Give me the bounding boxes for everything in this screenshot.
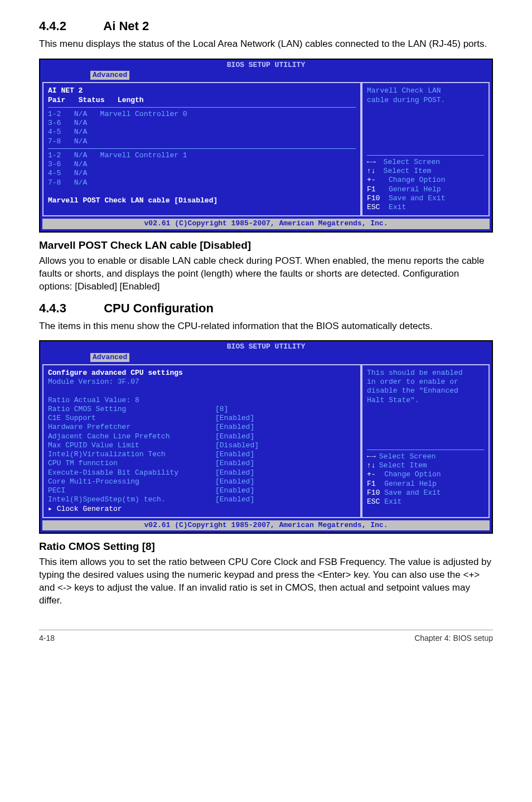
bios1-rightpane: Marvell Check LAN cable during POST. ←→ … xyxy=(361,82,490,216)
bios2-setting-value: [Enabled] xyxy=(215,495,254,504)
bios2-title: BIOS SETUP UTILITY xyxy=(227,342,305,351)
bios2-arrow-icon: ▸ xyxy=(48,505,52,513)
bios2-setting-label: Intel(R)SpeedStep(tm) tech. xyxy=(48,495,215,504)
bios2-setting-row[interactable]: CPU TM funnction[Enabled] xyxy=(48,459,356,468)
bios1-tab-advanced[interactable]: Advanced xyxy=(90,71,129,80)
bios2-setting-value: [Enabled] xyxy=(215,477,254,486)
bios2-key-lr-icon: ←→ xyxy=(367,452,375,461)
bios2-setting-label: Intel(R)Virtualization Tech xyxy=(48,450,215,459)
bios2-setting-label: Core Multi-Processing xyxy=(48,477,215,486)
bios2-setting-row[interactable]: PECI[Enabled] xyxy=(48,486,356,495)
bios2-setting-row[interactable]: Hardware Prefetcher[Enabled] xyxy=(48,423,356,432)
ratio-heading: Ratio CMOS Setting [8] xyxy=(39,540,493,553)
bios2-setting-label: Adjacent Cache Line Prefetch xyxy=(48,432,215,441)
bios1-general-help: General Help xyxy=(389,185,441,194)
bios1-hdr1: AI NET 2 xyxy=(48,86,83,95)
bios1-select-screen: Select Screen xyxy=(384,158,440,166)
bios2-setting-value: [Enabled] xyxy=(215,468,254,477)
bios2-setting-value: [Enabled] xyxy=(215,459,254,468)
bios1-exit: Exit xyxy=(389,203,406,211)
bios1-key-ud-icon: ↑↓ xyxy=(367,167,375,176)
bios2-setting-value: [Enabled] xyxy=(215,450,254,459)
bios2-setting-label: C1E Support xyxy=(48,414,215,423)
section-443-intro: The items in this menu show the CPU-rela… xyxy=(39,320,493,333)
bios1-key-esc: ESC xyxy=(367,203,380,211)
page-footer: 4-18 Chapter 4: BIOS setup xyxy=(39,630,493,642)
bios2-setting-value: [Enabled] xyxy=(215,423,254,432)
bios-panel-cpu: BIOS SETUP UTILITY Advanced Configure ad… xyxy=(39,340,493,534)
bios2-setting-row[interactable]: Intel(R)Virtualization Tech[Enabled] xyxy=(48,450,356,459)
bios2-exit: Exit xyxy=(384,497,402,506)
bios1-select-item: Select Item xyxy=(384,167,432,175)
bios2-setting-row[interactable]: Core Multi-Processing[Enabled] xyxy=(48,477,356,486)
bios2-select-item: Select Item xyxy=(379,461,427,470)
bios2-setting-label: Max CPUID Value Limit xyxy=(48,441,215,450)
bios2-setting-row[interactable]: Adjacent Cache Line Prefetch[Enabled] xyxy=(48,432,356,441)
bios1-help1: Marvell Check LAN xyxy=(367,86,441,95)
bios2-setting-value: [Enabled] xyxy=(215,414,254,423)
page-number: 4-18 xyxy=(39,634,55,642)
bios1-hdr-pair: Pair xyxy=(48,96,65,104)
bios1-key-f1: F1 xyxy=(367,185,376,194)
bios2-rav: Ratio Actual Value: 8 xyxy=(48,396,139,404)
bios2-help3: disable the "Enhanced xyxy=(367,386,458,395)
bios2-key-esc: ESC xyxy=(367,497,380,506)
bios2-change-option: Change Option xyxy=(384,470,441,479)
bios2-modver: Module Version: 3F.07 xyxy=(48,378,139,386)
bios2-setting-value: [Disabled] xyxy=(215,441,259,450)
bios1-leftpane: AI NET 2 Pair Status Length 1-2 N/A Marv… xyxy=(42,82,361,216)
bios2-setting-row[interactable]: Intel(R)SpeedStep(tm) tech.[Enabled] xyxy=(48,495,356,504)
bios2-setting-label: Execute-Disable Bit Capability xyxy=(48,468,215,477)
bios1-hdr-length: Length xyxy=(118,96,144,104)
bios2-general-help: General Help xyxy=(384,480,437,488)
section-442-num: 4.4.2 xyxy=(39,19,100,33)
marvell-heading: Marvell POST Check LAN cable [Disabled] xyxy=(39,239,493,252)
bios2-help2: in order to enable or xyxy=(367,378,458,386)
bios1-help2: cable during POST. xyxy=(367,96,445,104)
bios2-key-ud-icon: ↑↓ xyxy=(367,461,375,470)
bios2-setting-label: Ratio CMOS Setting xyxy=(48,405,215,414)
bios1-hdr-status: Status xyxy=(79,96,105,104)
bios1-titlebar: BIOS SETUP UTILITY Advanced xyxy=(40,60,492,83)
section-442-heading: 4.4.2 Ai Net 2 xyxy=(39,19,493,33)
bios2-setting-row[interactable]: C1E Support[Enabled] xyxy=(48,414,356,423)
bios2-setting-row[interactable]: Execute-Disable Bit Capability[Enabled] xyxy=(48,468,356,477)
bios1-save-exit: Save and Exit xyxy=(389,194,445,202)
bios2-setting-label: PECI xyxy=(48,486,215,495)
bios2-titlebar: BIOS SETUP UTILITY Advanced xyxy=(40,341,492,364)
bios1-title: BIOS SETUP UTILITY xyxy=(227,61,305,69)
bios1-key-pm: +- xyxy=(367,176,376,184)
bios1-marvell-option[interactable]: Marvell POST Check LAN cable [Disabled] xyxy=(48,196,217,205)
bios1-key-f10: F10 xyxy=(367,194,380,202)
bios2-key-f1: F1 xyxy=(367,480,376,488)
bios2-setting-label: CPU TM funnction xyxy=(48,459,215,468)
bios2-save-exit: Save and Exit xyxy=(384,489,441,497)
bios2-clock-generator[interactable]: Clock Generator xyxy=(57,505,122,513)
section-442-intro: This menu displays the status of the Loc… xyxy=(39,38,493,51)
bios1-controller0: 1-2 N/A Marvell Controller 0 3-6 N/A 4-5… xyxy=(48,110,356,146)
bios1-key-lr-icon: ←→ xyxy=(367,158,375,167)
bios-panel-ainet: BIOS SETUP UTILITY Advanced AI NET 2 Pai… xyxy=(39,59,493,233)
bios2-copyright: v02.61 (C)Copyright 1985-2007, American … xyxy=(42,520,490,530)
bios2-setting-row[interactable]: Ratio CMOS Setting[8] xyxy=(48,405,356,414)
bios2-hdr: Configure advanced CPU settings xyxy=(48,369,183,377)
bios2-setting-label: Hardware Prefetcher xyxy=(48,423,215,432)
bios2-key-f10: F10 xyxy=(367,489,380,497)
bios2-leftpane: Configure advanced CPU settings Module V… xyxy=(42,364,361,518)
bios1-copyright: v02.61 (C)Copyright 1985-2007, American … xyxy=(42,219,490,229)
bios2-tab-advanced[interactable]: Advanced xyxy=(90,353,129,362)
bios2-help4: Halt State". xyxy=(367,396,419,404)
bios1-change-option: Change Option xyxy=(389,176,445,184)
bios2-setting-row[interactable]: Max CPUID Value Limit[Disabled] xyxy=(48,441,356,450)
bios2-help1: This should be enabled xyxy=(367,369,463,377)
section-443-title: CPU Configuration xyxy=(104,301,214,315)
section-443-heading: 4.4.3 CPU Configuration xyxy=(39,301,493,316)
marvell-body: Allows you to enable or disable LAN cabl… xyxy=(39,255,493,293)
chapter-label: Chapter 4: BIOS setup xyxy=(414,634,493,642)
bios2-key-pm: +- xyxy=(367,470,376,479)
bios2-setting-value: [8] xyxy=(215,405,228,414)
bios2-select-screen: Select Screen xyxy=(379,452,436,461)
ratio-body: This item allows you to set the ratio be… xyxy=(39,556,493,607)
bios2-setting-value: [Enabled] xyxy=(215,432,254,441)
bios1-controller1: 1-2 N/A Marvell Controller 1 3-6 N/A 4-5… xyxy=(48,151,356,187)
